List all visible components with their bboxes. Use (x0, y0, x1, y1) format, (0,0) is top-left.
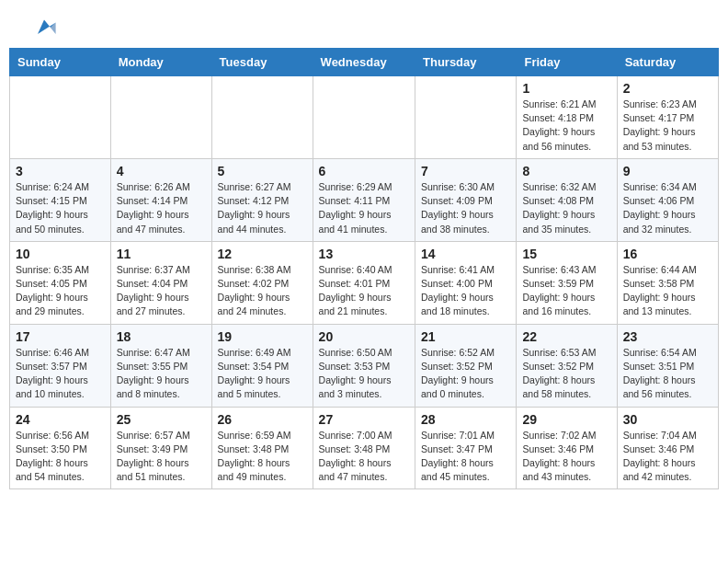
day-number: 19 (218, 329, 307, 344)
calendar-cell: 23Sunrise: 6:54 AM Sunset: 3:51 PM Dayli… (617, 324, 718, 407)
day-number: 12 (218, 247, 307, 261)
calendar-cell: 9Sunrise: 6:34 AM Sunset: 4:06 PM Daylig… (617, 158, 718, 241)
day-info: Sunrise: 6:35 AM Sunset: 4:05 PM Dayligh… (16, 263, 105, 319)
calendar-cell: 1Sunrise: 6:21 AM Sunset: 4:18 PM Daylig… (517, 76, 617, 159)
day-info: Sunrise: 6:24 AM Sunset: 4:15 PM Dayligh… (16, 180, 105, 236)
day-number: 15 (522, 247, 610, 261)
day-number: 1 (522, 81, 610, 96)
calendar-cell: 15Sunrise: 6:43 AM Sunset: 3:59 PM Dayli… (517, 241, 617, 324)
calendar: SundayMondayTuesdayWednesdayThursdayFrid… (9, 48, 719, 489)
calendar-cell: 28Sunrise: 7:01 AM Sunset: 3:47 PM Dayli… (415, 407, 517, 489)
day-info: Sunrise: 6:47 AM Sunset: 3:55 PM Dayligh… (117, 346, 206, 402)
calendar-cell: 18Sunrise: 6:47 AM Sunset: 3:55 PM Dayli… (110, 324, 211, 407)
day-number: 17 (16, 329, 105, 344)
calendar-cell: 12Sunrise: 6:38 AM Sunset: 4:02 PM Dayli… (211, 241, 313, 324)
calendar-week-row: 24Sunrise: 6:56 AM Sunset: 3:50 PM Dayli… (10, 407, 719, 489)
calendar-cell: 16Sunrise: 6:44 AM Sunset: 3:58 PM Dayli… (617, 241, 718, 324)
day-number: 23 (623, 329, 712, 344)
day-number: 7 (421, 164, 510, 178)
day-number: 8 (522, 164, 610, 178)
day-info: Sunrise: 6:59 AM Sunset: 3:48 PM Dayligh… (218, 429, 307, 485)
day-number: 11 (117, 247, 206, 261)
day-info: Sunrise: 6:21 AM Sunset: 4:18 PM Dayligh… (522, 98, 610, 154)
day-number: 18 (117, 329, 206, 344)
calendar-cell (313, 76, 415, 159)
calendar-header-friday: Friday (517, 49, 617, 76)
day-info: Sunrise: 7:04 AM Sunset: 3:46 PM Dayligh… (623, 429, 712, 485)
calendar-header-tuesday: Tuesday (211, 49, 313, 76)
day-info: Sunrise: 6:43 AM Sunset: 3:59 PM Dayligh… (522, 263, 610, 319)
logo-icon (31, 15, 57, 40)
calendar-week-row: 17Sunrise: 6:46 AM Sunset: 3:57 PM Dayli… (10, 324, 719, 407)
calendar-cell: 24Sunrise: 6:56 AM Sunset: 3:50 PM Dayli… (10, 407, 111, 489)
day-number: 2 (623, 81, 712, 96)
day-info: Sunrise: 7:01 AM Sunset: 3:47 PM Dayligh… (421, 429, 510, 485)
calendar-cell: 10Sunrise: 6:35 AM Sunset: 4:05 PM Dayli… (10, 241, 111, 324)
day-number: 24 (16, 412, 105, 427)
day-number: 3 (16, 164, 105, 178)
day-number: 14 (421, 247, 510, 261)
calendar-cell: 27Sunrise: 7:00 AM Sunset: 3:48 PM Dayli… (313, 407, 415, 489)
day-number: 4 (117, 164, 206, 178)
day-info: Sunrise: 6:46 AM Sunset: 3:57 PM Dayligh… (16, 346, 105, 402)
day-info: Sunrise: 6:41 AM Sunset: 4:00 PM Dayligh… (421, 263, 510, 319)
day-info: Sunrise: 7:00 AM Sunset: 3:48 PM Dayligh… (319, 429, 409, 485)
calendar-cell: 3Sunrise: 6:24 AM Sunset: 4:15 PM Daylig… (10, 158, 111, 241)
day-number: 27 (319, 412, 409, 427)
calendar-cell: 8Sunrise: 6:32 AM Sunset: 4:08 PM Daylig… (517, 158, 617, 241)
day-info: Sunrise: 6:53 AM Sunset: 3:52 PM Dayligh… (522, 346, 610, 402)
calendar-header-monday: Monday (110, 49, 211, 76)
calendar-cell (211, 76, 313, 159)
calendar-cell: 25Sunrise: 6:57 AM Sunset: 3:49 PM Dayli… (110, 407, 211, 489)
calendar-cell: 22Sunrise: 6:53 AM Sunset: 3:52 PM Dayli… (517, 324, 617, 407)
calendar-header-wednesday: Wednesday (313, 49, 415, 76)
day-number: 16 (623, 247, 712, 261)
day-number: 13 (319, 247, 409, 261)
day-info: Sunrise: 6:56 AM Sunset: 3:50 PM Dayligh… (16, 429, 105, 485)
calendar-cell: 29Sunrise: 7:02 AM Sunset: 3:46 PM Dayli… (517, 407, 617, 489)
day-info: Sunrise: 6:23 AM Sunset: 4:17 PM Dayligh… (623, 98, 712, 154)
day-info: Sunrise: 6:50 AM Sunset: 3:53 PM Dayligh… (319, 346, 409, 402)
day-info: Sunrise: 6:49 AM Sunset: 3:54 PM Dayligh… (218, 346, 307, 402)
logo (28, 15, 57, 40)
day-info: Sunrise: 6:29 AM Sunset: 4:11 PM Dayligh… (319, 180, 409, 236)
day-info: Sunrise: 6:54 AM Sunset: 3:51 PM Dayligh… (623, 346, 712, 402)
calendar-cell: 5Sunrise: 6:27 AM Sunset: 4:12 PM Daylig… (211, 158, 313, 241)
day-info: Sunrise: 6:40 AM Sunset: 4:01 PM Dayligh… (319, 263, 409, 319)
day-info: Sunrise: 6:52 AM Sunset: 3:52 PM Dayligh… (421, 346, 510, 402)
day-info: Sunrise: 6:32 AM Sunset: 4:08 PM Dayligh… (522, 180, 610, 236)
calendar-cell: 11Sunrise: 6:37 AM Sunset: 4:04 PM Dayli… (110, 241, 211, 324)
day-number: 5 (218, 164, 307, 178)
calendar-cell: 30Sunrise: 7:04 AM Sunset: 3:46 PM Dayli… (617, 407, 718, 489)
calendar-header-saturday: Saturday (617, 49, 718, 76)
day-number: 9 (623, 164, 712, 178)
day-number: 29 (522, 412, 610, 427)
calendar-cell: 2Sunrise: 6:23 AM Sunset: 4:17 PM Daylig… (617, 76, 718, 159)
calendar-cell (415, 76, 517, 159)
calendar-cell: 26Sunrise: 6:59 AM Sunset: 3:48 PM Dayli… (211, 407, 313, 489)
calendar-cell: 17Sunrise: 6:46 AM Sunset: 3:57 PM Dayli… (10, 324, 111, 407)
day-info: Sunrise: 6:57 AM Sunset: 3:49 PM Dayligh… (117, 429, 206, 485)
day-number: 26 (218, 412, 307, 427)
calendar-cell: 20Sunrise: 6:50 AM Sunset: 3:53 PM Dayli… (313, 324, 415, 407)
day-info: Sunrise: 6:27 AM Sunset: 4:12 PM Dayligh… (218, 180, 307, 236)
day-info: Sunrise: 6:38 AM Sunset: 4:02 PM Dayligh… (218, 263, 307, 319)
day-number: 25 (117, 412, 206, 427)
day-info: Sunrise: 6:26 AM Sunset: 4:14 PM Dayligh… (117, 180, 206, 236)
day-info: Sunrise: 6:34 AM Sunset: 4:06 PM Dayligh… (623, 180, 712, 236)
day-number: 21 (421, 329, 510, 344)
calendar-week-row: 10Sunrise: 6:35 AM Sunset: 4:05 PM Dayli… (10, 241, 719, 324)
day-info: Sunrise: 6:44 AM Sunset: 3:58 PM Dayligh… (623, 263, 712, 319)
calendar-header-sunday: Sunday (10, 49, 111, 76)
calendar-cell: 13Sunrise: 6:40 AM Sunset: 4:01 PM Dayli… (313, 241, 415, 324)
calendar-cell: 14Sunrise: 6:41 AM Sunset: 4:00 PM Dayli… (415, 241, 517, 324)
calendar-header-row: SundayMondayTuesdayWednesdayThursdayFrid… (10, 49, 719, 76)
day-number: 6 (319, 164, 409, 178)
day-info: Sunrise: 6:37 AM Sunset: 4:04 PM Dayligh… (117, 263, 206, 319)
calendar-week-row: 3Sunrise: 6:24 AM Sunset: 4:15 PM Daylig… (10, 158, 719, 241)
calendar-cell: 7Sunrise: 6:30 AM Sunset: 4:09 PM Daylig… (415, 158, 517, 241)
calendar-week-row: 1Sunrise: 6:21 AM Sunset: 4:18 PM Daylig… (10, 76, 719, 159)
day-info: Sunrise: 6:30 AM Sunset: 4:09 PM Dayligh… (421, 180, 510, 236)
calendar-cell: 21Sunrise: 6:52 AM Sunset: 3:52 PM Dayli… (415, 324, 517, 407)
calendar-cell (10, 76, 111, 159)
